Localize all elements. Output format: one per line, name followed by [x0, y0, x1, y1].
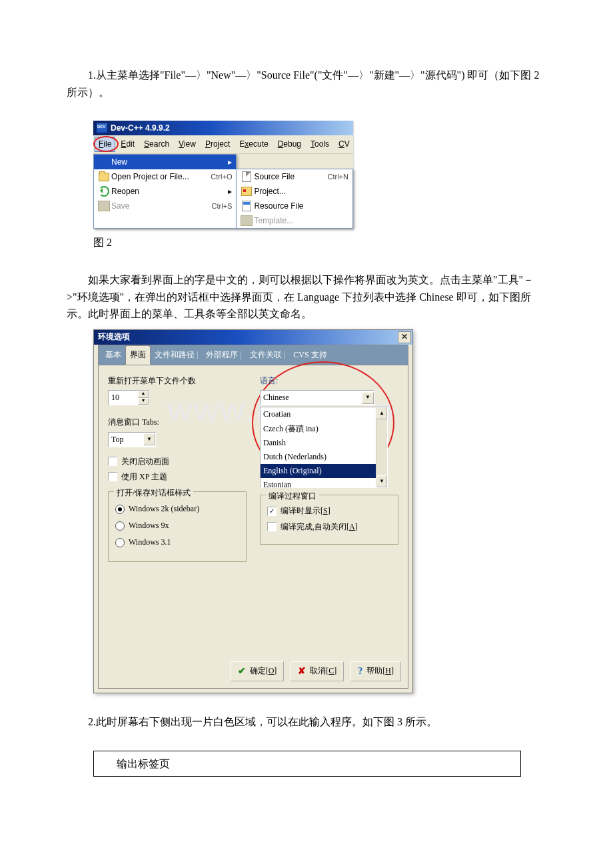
recent-label: 重新打开菜单下文件个数	[108, 375, 247, 387]
ok-button[interactable]: ✔ 确定[O]	[231, 661, 285, 681]
tab-interface[interactable]: 界面	[125, 345, 151, 365]
scroll-track[interactable]	[376, 419, 387, 475]
compile-window-group: 编译过程窗口 ✓ 编译时显示[S] 编译完成,自动关闭[A]	[260, 495, 398, 544]
question-icon: ?	[358, 664, 362, 679]
list-item[interactable]: Croatian	[261, 407, 376, 421]
spinner-down-icon[interactable]: ▼	[138, 398, 149, 405]
menu-debug[interactable]: Debug	[274, 137, 305, 152]
env-body: 重新打开菜单下文件个数 10 ▲ ▼ 消息窗口 Tabs: Top ▼	[98, 365, 408, 689]
chk-xp-theme-label: 使用 XP 主题	[121, 471, 167, 483]
project-icon	[241, 187, 252, 196]
file-menu-save: Save Ctrl+S	[94, 199, 236, 213]
new-resource[interactable]: Resource File	[237, 199, 352, 213]
menu-edit[interactable]: Edit	[117, 137, 139, 152]
menu-execute[interactable]: Execute	[235, 137, 272, 152]
language-combo[interactable]: Chinese ▼	[260, 390, 374, 405]
file-menu-open[interactable]: Open Project or File... Ctrl+O	[94, 169, 236, 184]
recent-count-value: 10	[109, 391, 138, 405]
environment-options-dialog: www.b cx.c m 环境选项 ✕ 基本 界面 文件和路径 外部程序 文件关…	[93, 329, 413, 693]
template-icon	[241, 215, 253, 226]
list-item-selected[interactable]: English (Original)	[261, 464, 376, 478]
tab-assoc[interactable]: 文件关联	[246, 346, 289, 365]
radio-win9x-label: Windows 9x	[129, 519, 169, 532]
submenu-arrow-icon: ▸	[225, 156, 232, 169]
chk-splash[interactable]: 关闭启动画面	[108, 455, 247, 468]
checkbox-checked-icon: ✓	[267, 507, 277, 516]
chk-xp-theme[interactable]: 使用 XP 主题	[108, 471, 247, 483]
cancel-button[interactable]: ✘ 取消[C]	[291, 661, 344, 681]
env-title-text: 环境选项	[98, 331, 130, 343]
new-source-shortcut: Ctrl+N	[328, 171, 348, 183]
chk-show-compile[interactable]: ✓ 编译时显示[S]	[267, 505, 391, 517]
chk-autoclose[interactable]: 编译完成,自动关闭[A]	[267, 521, 391, 533]
paragraph-1: 1.从主菜单选择"File"—〉"New"—〉"Source File"("文件…	[67, 67, 546, 101]
radio-off-icon	[115, 521, 125, 531]
menu-cvs[interactable]: CV	[334, 137, 354, 152]
save-icon	[98, 201, 110, 211]
spinner-up-icon[interactable]: ▲	[138, 391, 149, 398]
tab-basic[interactable]: 基本	[101, 346, 125, 365]
env-tabstrip: 基本 界面 文件和路径 外部程序 文件关联 CVS 支持	[98, 345, 408, 365]
new-submenu: Source File Ctrl+N Project... Resource F…	[236, 169, 353, 229]
list-item[interactable]: Estonian	[261, 478, 376, 487]
file-menu-save-shortcut: Ctrl+S	[212, 201, 233, 213]
chk-show-compile-label: 编译时显示[S]	[281, 505, 330, 517]
tab-cvs[interactable]: CVS 支持	[289, 346, 330, 365]
new-file-icon	[242, 171, 251, 182]
scrollbar[interactable]: ▲ ▼	[376, 407, 387, 487]
language-combo-value: Chinese	[261, 391, 362, 405]
list-item[interactable]: Czech (蕃蹟 ina)	[261, 422, 376, 436]
annotation-circle-file	[93, 136, 119, 152]
reopen-icon	[99, 186, 109, 197]
recent-count-spinner[interactable]: 10 ▲ ▼	[108, 390, 149, 405]
language-label: 语言:	[260, 375, 398, 387]
menu-file[interactable]: File	[95, 137, 115, 152]
tabs-combo[interactable]: Top ▼	[108, 432, 156, 447]
devcpp-titlebar: Dev-C++ 4.9.9.2	[93, 121, 353, 135]
env-right-column: 语言: Chinese ▼ Croatian Czech (蕃蹟 ina) Da…	[260, 375, 398, 562]
file-menu-open-shortcut: Ctrl+O	[211, 171, 232, 183]
help-label: 帮助[H]	[366, 665, 394, 677]
file-dropdown: New ▸ Open Project or File... Ctrl+O Reo…	[93, 154, 237, 229]
new-template-label: Template...	[254, 215, 348, 227]
dialog-buttons: ✔ 确定[O] ✘ 取消[C] ? 帮助[H]	[231, 661, 401, 681]
radio-win2k[interactable]: Windows 2k (sidebar)	[115, 503, 239, 515]
radio-on-icon	[115, 505, 125, 514]
tab-external[interactable]: 外部程序	[202, 346, 245, 365]
resource-icon	[242, 201, 251, 211]
tab-paths[interactable]: 文件和路径	[151, 346, 202, 365]
radio-win9x[interactable]: Windows 9x	[115, 519, 239, 532]
devcpp-app-icon	[96, 123, 108, 133]
chk-splash-label: 关闭启动画面	[121, 455, 169, 468]
paragraph-2: 如果大家看到界面上的字是中文的，则可以根据以下操作将界面改为英文。点击主菜单"工…	[67, 271, 546, 323]
file-menu-reopen[interactable]: Reopen ▸	[94, 184, 236, 199]
scroll-down-icon[interactable]: ▼	[376, 475, 387, 487]
x-icon: ✘	[298, 664, 306, 679]
ok-label: 确定[O]	[250, 665, 277, 677]
new-template: Template...	[237, 213, 352, 228]
scroll-up-icon[interactable]: ▲	[376, 407, 387, 419]
help-button[interactable]: ? 帮助[H]	[350, 661, 401, 681]
close-button[interactable]: ✕	[398, 331, 411, 343]
file-menu-new[interactable]: New ▸	[94, 155, 236, 169]
menu-search[interactable]: Search	[140, 137, 173, 152]
close-icon: ✕	[401, 331, 408, 343]
radio-off-icon	[115, 538, 125, 547]
menu-project[interactable]: Project	[201, 137, 234, 152]
chevron-down-icon: ▼	[143, 433, 155, 445]
new-project[interactable]: Project...	[237, 184, 352, 199]
menu-view[interactable]: View	[175, 137, 200, 152]
list-item[interactable]: Dutch (Nederlands)	[261, 450, 376, 464]
new-source-label: Source File	[254, 171, 327, 183]
new-source-file[interactable]: Source File Ctrl+N	[237, 169, 352, 184]
radio-win31[interactable]: Windows 3.1	[115, 536, 239, 549]
radio-win31-label: Windows 3.1	[129, 536, 171, 549]
open-save-group: 打开/保存对话框样式 Windows 2k (sidebar) Windows …	[108, 491, 247, 562]
menu-tools[interactable]: Tools	[306, 137, 333, 152]
language-listbox[interactable]: Croatian Czech (蕃蹟 ina) Danish Dutch (Ne…	[260, 407, 388, 488]
list-item[interactable]: Danish	[261, 436, 376, 450]
figure-2-caption: 图 2	[93, 234, 546, 251]
env-left-column: 重新打开菜单下文件个数 10 ▲ ▼ 消息窗口 Tabs: Top ▼	[108, 375, 247, 562]
cancel-label: 取消[C]	[310, 665, 336, 677]
new-project-label: Project...	[254, 185, 348, 198]
